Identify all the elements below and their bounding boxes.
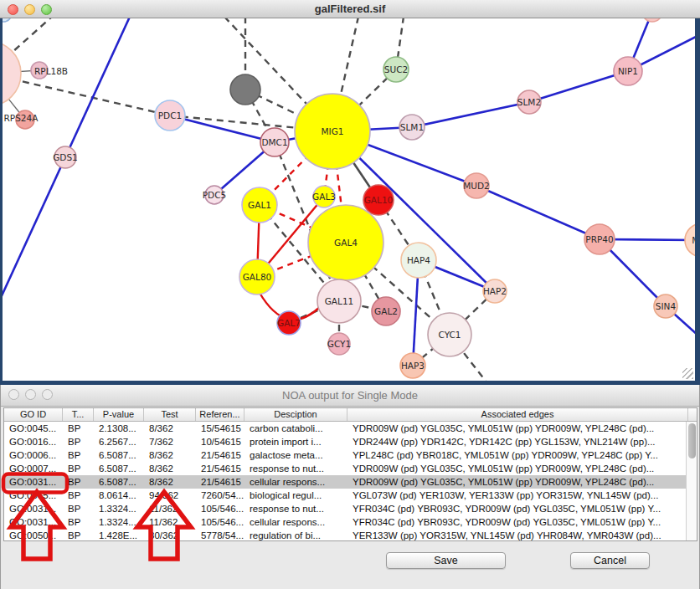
- cell-edges[interactable]: YDR009W (pd) YGL035C, YML051W (pp) YDR00…: [347, 475, 688, 489]
- cell-p_value[interactable]: 6.5087...: [94, 475, 144, 489]
- cell-description[interactable]: response to nut...: [244, 462, 347, 475]
- cell-edges[interactable]: YDR009W (pd) YGL035C, YML051W (pp) YDR00…: [347, 462, 688, 475]
- cell-edges[interactable]: YPL248C (pd) YBR018C, YML051W (pp) YDR00…: [347, 448, 688, 462]
- scrollbar-thumb[interactable]: [688, 423, 696, 458]
- cell-type[interactable]: BP: [63, 462, 94, 475]
- cell-edges[interactable]: YDR244W (pp) YDR142C, YDR142C (pp) YGL15…: [347, 435, 688, 448]
- cell-go_id[interactable]: GO:0006...: [4, 448, 63, 462]
- cell-type[interactable]: BP: [63, 448, 94, 462]
- table-row[interactable]: GO:0031...BP1.3324...11/362105/546...cel…: [4, 515, 686, 529]
- noa-window-titlebar[interactable]: NOA output for Single Mode: [1, 385, 699, 407]
- cell-go_id[interactable]: GO:0031...: [4, 475, 63, 489]
- cell-test[interactable]: 11/362: [144, 502, 196, 515]
- cell-description[interactable]: cellular respons...: [244, 515, 347, 529]
- edge-PDC1-DMC1[interactable]: [170, 115, 275, 142]
- cell-type[interactable]: BP: [63, 475, 94, 489]
- cell-go_id[interactable]: GO:0045...: [4, 422, 63, 435]
- cell-reference[interactable]: 10/54615: [196, 435, 244, 448]
- table-body[interactable]: GO:0045...BP2.1308...8/36215/54615carbon…: [4, 422, 686, 540]
- cell-test[interactable]: 11/362: [144, 515, 196, 529]
- cell-type[interactable]: BP: [63, 502, 94, 515]
- cell-reference[interactable]: 21/54615: [196, 475, 244, 489]
- cell-type[interactable]: BP: [63, 529, 94, 541]
- cell-reference[interactable]: 105/546...: [196, 502, 244, 515]
- cell-p_value[interactable]: 6.5087...: [94, 448, 144, 462]
- cell-description[interactable]: cellular respons...: [244, 475, 347, 489]
- column-header-type[interactable]: T...: [63, 408, 94, 421]
- table-row[interactable]: GO:0045...BP2.1308...8/36215/54615carbon…: [4, 422, 686, 435]
- cell-description[interactable]: protein import i...: [244, 435, 347, 448]
- cell-go_id[interactable]: GO:0031...: [4, 502, 63, 515]
- cell-test[interactable]: 8/362: [144, 475, 196, 489]
- table-row[interactable]: GO:0050...BP1.428E...80/3625778/54...reg…: [4, 529, 686, 541]
- table-header-row[interactable]: GO IDT...P-valueTestReferen...Desciption…: [4, 408, 697, 422]
- table-row[interactable]: GO:0006...BP6.5087...8/36221/54615galact…: [4, 448, 686, 462]
- cell-reference[interactable]: 15/54615: [196, 422, 244, 435]
- cell-reference[interactable]: 5778/54...: [196, 529, 244, 541]
- table-row[interactable]: GO:0031...BP1.3324...11/362105/546...res…: [4, 502, 686, 515]
- cell-description[interactable]: response to nut...: [244, 502, 347, 515]
- cell-description[interactable]: biological regul...: [244, 489, 347, 502]
- cell-type[interactable]: BP: [63, 422, 94, 435]
- cell-test[interactable]: 8/362: [144, 448, 196, 462]
- cell-reference[interactable]: 21/54615: [196, 448, 244, 462]
- cell-p_value[interactable]: 1.3324...: [94, 515, 144, 529]
- vertical-scrollbar[interactable]: [686, 422, 697, 540]
- column-header-description[interactable]: Desciption: [244, 408, 347, 421]
- cell-edges[interactable]: YDR009W (pd) YGL035C, YML051W (pp) YDR00…: [347, 422, 688, 435]
- cell-edges[interactable]: YFR034C (pd) YBR093C, YDR009W (pd) YGL03…: [347, 515, 688, 529]
- table-row[interactable]: GO:0007...BP6.5087...8/36221/54615respon…: [4, 462, 686, 475]
- node-label-DMC1: DMC1: [261, 137, 287, 147]
- cell-type[interactable]: BP: [63, 515, 94, 529]
- cell-type[interactable]: BP: [63, 435, 94, 448]
- cell-description[interactable]: galactose meta...: [244, 448, 347, 462]
- edge-SLM1-SLM2[interactable]: [412, 102, 529, 127]
- cell-go_id[interactable]: GO:0031...: [4, 515, 63, 529]
- cell-reference[interactable]: 7260/54...: [196, 489, 244, 502]
- column-header-p_value[interactable]: P-value: [94, 408, 144, 421]
- cell-type[interactable]: BP: [63, 489, 94, 502]
- cell-test[interactable]: 8/362: [144, 462, 196, 475]
- cell-reference[interactable]: 21/54615: [196, 462, 244, 475]
- table-row[interactable]: GO:0031...BP6.5087...8/36221/54615cellul…: [4, 475, 686, 489]
- cell-test[interactable]: 8/362: [144, 422, 196, 435]
- edge-SLM2-NIP1[interactable]: [529, 71, 628, 102]
- table-row[interactable]: GO:0065...BP8.0614...94/3627260/54...bio…: [4, 489, 686, 502]
- cell-p_value[interactable]: 8.0614...: [94, 489, 144, 502]
- table-row[interactable]: GO:0016...BP6.2567...7/36210/54615protei…: [4, 435, 686, 448]
- cell-p_value[interactable]: 1.3324...: [94, 502, 144, 515]
- cell-go_id[interactable]: GO:0016...: [4, 435, 63, 448]
- column-header-test[interactable]: Test: [144, 408, 196, 421]
- cell-p_value[interactable]: 6.2567...: [94, 435, 144, 448]
- node-corner_tl[interactable]: [3, 18, 12, 22]
- cell-p_value[interactable]: 6.5087...: [94, 462, 144, 475]
- cell-go_id[interactable]: GO:0065...: [4, 489, 63, 502]
- node-bigleft[interactable]: [3, 41, 21, 106]
- cell-edges[interactable]: YGL073W (pd) YER103W, YER133W (pp) YOR31…: [347, 489, 688, 502]
- cell-p_value[interactable]: 2.1308...: [94, 422, 144, 435]
- column-header-go_id[interactable]: GO ID: [4, 408, 63, 421]
- column-header-edges[interactable]: Associated edges: [347, 408, 688, 421]
- network-canvas[interactable]: RPL18BRPS24AGDS1PDC1DMC1MIG1SUC2SLM1SLM2…: [3, 18, 695, 381]
- cell-go_id[interactable]: GO:0050...: [4, 529, 63, 541]
- cell-test[interactable]: 94/362: [144, 489, 196, 502]
- node-topnode[interactable]: [642, 18, 662, 22]
- cell-go_id[interactable]: GO:0007...: [4, 462, 63, 475]
- results-table[interactable]: GO IDT...P-valueTestReferen...Desciption…: [3, 407, 697, 541]
- cell-reference[interactable]: 105/546...: [196, 515, 244, 529]
- cell-description[interactable]: carbon cataboli...: [244, 422, 347, 435]
- cell-description[interactable]: regulation of bi...: [244, 529, 347, 541]
- save-button[interactable]: Save: [386, 552, 506, 569]
- resize-grip[interactable]: [682, 368, 693, 379]
- cancel-button[interactable]: Cancel: [570, 552, 650, 569]
- cell-test[interactable]: 80/362: [144, 529, 196, 541]
- column-header-reference[interactable]: Referen...: [196, 408, 244, 421]
- cell-test[interactable]: 7/362: [144, 435, 196, 448]
- edge-MUD2-PRP40[interactable]: [476, 186, 600, 239]
- network-graph[interactable]: RPL18BRPS24AGDS1PDC1DMC1MIG1SUC2SLM1SLM2…: [3, 18, 695, 381]
- cell-edges[interactable]: YFR034C (pd) YBR093C, YDR009W (pd) YGL03…: [347, 502, 688, 515]
- node-graynode[interactable]: [230, 74, 260, 105]
- network-window-titlebar[interactable]: galFiltered.sif: [0, 0, 700, 18]
- cell-p_value[interactable]: 1.428E...: [94, 529, 144, 541]
- cell-edges[interactable]: YER133W (pp) YOR315W, YNL145W (pd) YHR08…: [347, 529, 688, 541]
